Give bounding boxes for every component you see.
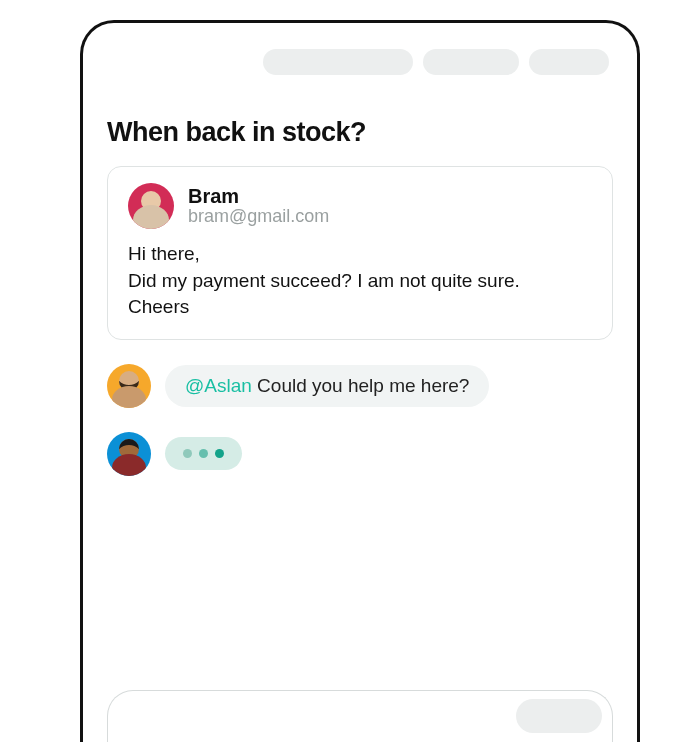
conversation-content: When back in stock? Bram bram@gmail.com … — [107, 117, 613, 476]
email-card: Bram bram@gmail.com Hi there, Did my pay… — [107, 166, 613, 340]
conversation-title: When back in stock? — [107, 117, 613, 148]
sender-info: Bram bram@gmail.com — [188, 185, 329, 227]
agent-avatar — [107, 432, 151, 476]
email-body-line: Cheers — [128, 294, 592, 321]
email-header: Bram bram@gmail.com — [128, 183, 592, 229]
typing-row — [107, 432, 613, 476]
mention[interactable]: @Aslan — [185, 375, 252, 396]
internal-note-bubble: @Aslan Could you help me here? — [165, 365, 489, 407]
device-frame: When back in stock? Bram bram@gmail.com … — [80, 20, 640, 742]
header-pill-3[interactable] — [529, 49, 609, 75]
agent-avatar — [107, 364, 151, 408]
composer-send-button[interactable] — [516, 699, 602, 733]
header-pill-1[interactable] — [263, 49, 413, 75]
email-body-line: Did my payment succeed? I am not quite s… — [128, 268, 592, 295]
note-text: Could you help me here? — [252, 375, 470, 396]
typing-dot-icon — [183, 449, 192, 458]
header-pill-2[interactable] — [423, 49, 519, 75]
typing-dot-icon — [199, 449, 208, 458]
sender-avatar — [128, 183, 174, 229]
email-body-line: Hi there, — [128, 241, 592, 268]
sender-email: bram@gmail.com — [188, 207, 329, 227]
header-actions — [263, 49, 609, 75]
typing-indicator — [165, 437, 242, 470]
composer-input[interactable] — [107, 690, 613, 742]
internal-note-row: @Aslan Could you help me here? — [107, 364, 613, 408]
email-body: Hi there, Did my payment succeed? I am n… — [128, 241, 592, 321]
typing-dot-icon — [215, 449, 224, 458]
sender-name: Bram — [188, 185, 329, 207]
